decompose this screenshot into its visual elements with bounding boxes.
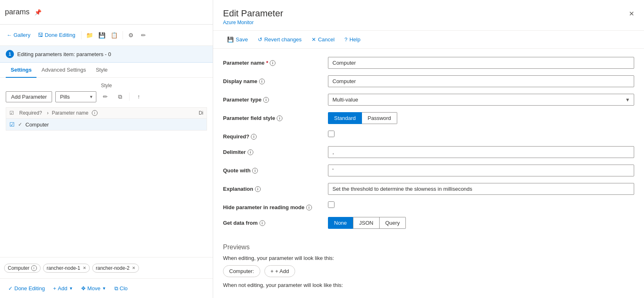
editing-preview-box: Computer: + + Add bbox=[223, 265, 634, 277]
check-icon-bottom: ✓ bbox=[8, 285, 13, 291]
required-asterisk: * bbox=[266, 60, 268, 66]
get-data-row: Get data from i None JSON Query bbox=[223, 217, 634, 229]
chip-info-icon[interactable]: i bbox=[31, 265, 37, 271]
param-type-control: Single value Multi-value Text ▼ bbox=[328, 94, 634, 106]
required-control bbox=[328, 131, 634, 139]
header-di-col: Di bbox=[199, 110, 203, 116]
add-chevron-icon: ▼ bbox=[69, 286, 73, 291]
required-label: Required? i bbox=[223, 131, 321, 140]
close-icon: ✕ bbox=[629, 10, 634, 17]
pencil-small-icon: ✏ bbox=[103, 93, 108, 100]
preview-chips-bar: Computer i rancher-node-1 ✕ rancher-node… bbox=[0, 257, 213, 278]
hide-param-checkbox[interactable] bbox=[328, 201, 335, 208]
tab-settings[interactable]: Settings bbox=[6, 63, 36, 78]
explanation-label: Explanation i bbox=[223, 183, 321, 192]
not-editing-preview-text: When not editing, your parameter will lo… bbox=[223, 282, 634, 288]
param-type-select[interactable]: Single value Multi-value Text bbox=[328, 94, 634, 106]
preview-label-chip: Computer: bbox=[223, 265, 260, 277]
move-icon-bottom: ✥ bbox=[81, 285, 86, 291]
chip-node-1: rancher-node-1 ✕ bbox=[43, 264, 90, 273]
json-toggle-button[interactable]: JSON bbox=[353, 217, 380, 229]
edit-param-icon-button[interactable]: ✏ bbox=[100, 91, 111, 102]
folder-button[interactable]: 📁 bbox=[84, 29, 96, 41]
style-section-label: Style bbox=[6, 83, 207, 88]
quote-with-row: Quote with i bbox=[223, 165, 634, 176]
chip-node-2-close[interactable]: ✕ bbox=[132, 266, 135, 270]
edit-toolbar: ← Gallery 🖫 Done Editing 📁 💾 📋 ⚙ ✏ bbox=[0, 25, 213, 46]
save-all-icon: 📋 bbox=[111, 32, 118, 38]
param-name-label: Parameter name * i bbox=[223, 57, 321, 66]
gallery-button[interactable]: ← Gallery bbox=[3, 30, 34, 40]
save-all-button[interactable]: 📋 bbox=[109, 29, 120, 41]
previews-section: Previews When editing, your parameter wi… bbox=[213, 244, 644, 298]
settings-content: Style Add Parameter Pills Tabs Dropdown … bbox=[0, 78, 213, 257]
required-checkbox[interactable] bbox=[328, 131, 335, 137]
style-select-wrapper: Pills Tabs Dropdown ▼ bbox=[55, 91, 96, 102]
editing-header: 1 Editing parameters item: parameters - … bbox=[0, 46, 213, 63]
tabs-container: Settings Advanced Settings Style bbox=[0, 63, 213, 78]
folder-icon: 📁 bbox=[86, 32, 93, 38]
explanation-info-icon: i bbox=[255, 186, 261, 192]
query-toggle-button[interactable]: Query bbox=[380, 217, 406, 229]
settings-button[interactable]: ⚙ bbox=[125, 29, 137, 41]
editing-section: 1 Editing parameters item: parameters - … bbox=[0, 46, 213, 257]
tab-advanced-settings[interactable]: Advanced Settings bbox=[36, 63, 91, 78]
standard-toggle-button[interactable]: Standard bbox=[328, 112, 362, 124]
preview-add-button[interactable]: + + Add bbox=[264, 265, 295, 277]
close-button[interactable]: ✕ bbox=[627, 8, 636, 19]
edit-button[interactable]: ✏ bbox=[138, 29, 149, 41]
add-parameter-button[interactable]: Add Parameter bbox=[6, 91, 52, 102]
tab-style[interactable]: Style bbox=[91, 63, 113, 78]
password-toggle-button[interactable]: Password bbox=[362, 112, 397, 124]
top-toolbar: params 📌 bbox=[0, 0, 213, 25]
cancel-button[interactable]: ✕ Cancel bbox=[307, 34, 339, 45]
row-required-check: ✓ bbox=[18, 122, 22, 127]
back-arrow-icon: ← bbox=[7, 32, 12, 38]
form-body: Parameter name * i Display name i Parame… bbox=[213, 49, 644, 244]
field-style-toggle: Standard Password bbox=[328, 112, 634, 124]
item-number: 1 bbox=[6, 50, 14, 58]
save-button[interactable]: 💾 Save bbox=[223, 34, 252, 45]
done-editing-button-top[interactable]: 🖫 Done Editing bbox=[34, 30, 78, 40]
editing-header-text: Editing parameters item: parameters - 0 bbox=[17, 51, 111, 57]
plus-icon-bottom: + bbox=[53, 285, 56, 291]
page-title: params bbox=[5, 8, 30, 16]
field-style-label: Parameter field style i bbox=[223, 112, 321, 121]
table-row[interactable]: ☑ ✓ Computer bbox=[6, 119, 207, 131]
delimiter-info-icon: i bbox=[248, 149, 253, 155]
revert-button[interactable]: ↺ Revert changes bbox=[254, 34, 306, 45]
quote-with-input[interactable] bbox=[328, 165, 634, 176]
required-info-icon: i bbox=[251, 134, 257, 140]
field-style-info-icon: i bbox=[277, 115, 282, 121]
get-data-label: Get data from i bbox=[223, 217, 321, 226]
row-checkbox[interactable]: ☑ bbox=[9, 121, 15, 128]
add-bottom-button[interactable]: + Add ▼ bbox=[50, 284, 76, 293]
done-editing-button-bottom[interactable]: ✓ Done Editing bbox=[5, 284, 48, 293]
display-name-label: Display name i bbox=[223, 75, 321, 84]
chip-node-1-close[interactable]: ✕ bbox=[83, 266, 86, 270]
move-bottom-button[interactable]: ✥ Move ▼ bbox=[78, 284, 109, 293]
pin-icon[interactable]: 📌 bbox=[34, 9, 41, 16]
display-name-input[interactable] bbox=[328, 75, 634, 87]
none-toggle-button[interactable]: None bbox=[328, 217, 353, 229]
clone-bottom-button[interactable]: ⧉ Clo bbox=[111, 284, 131, 293]
param-name-row: Parameter name * i bbox=[223, 57, 634, 69]
get-data-control: None JSON Query bbox=[328, 217, 634, 229]
chip-computer: Computer i bbox=[4, 264, 41, 273]
param-name-input[interactable] bbox=[328, 57, 634, 69]
preview-plus-icon: + bbox=[271, 268, 274, 274]
style-row: Add Parameter Pills Tabs Dropdown ▼ ✏ ⧉ bbox=[6, 91, 207, 102]
explanation-input[interactable] bbox=[328, 183, 634, 195]
hide-param-control bbox=[328, 201, 634, 210]
style-select[interactable]: Pills Tabs Dropdown bbox=[55, 91, 96, 102]
quote-with-label: Quote with i bbox=[223, 165, 321, 174]
explanation-row: Explanation i bbox=[223, 183, 634, 195]
toolbar-separator-1 bbox=[81, 31, 82, 39]
param-table-header: ☑ Required? › Parameter name i Di bbox=[6, 107, 207, 119]
move-up-button[interactable]: ↑ bbox=[133, 91, 144, 102]
help-button[interactable]: ? Help bbox=[340, 34, 364, 45]
copy-param-button[interactable]: ⧉ bbox=[114, 91, 126, 102]
delimiter-input[interactable] bbox=[328, 146, 634, 158]
previews-title: Previews bbox=[223, 244, 634, 251]
save-button-left[interactable]: 💾 bbox=[96, 29, 108, 41]
